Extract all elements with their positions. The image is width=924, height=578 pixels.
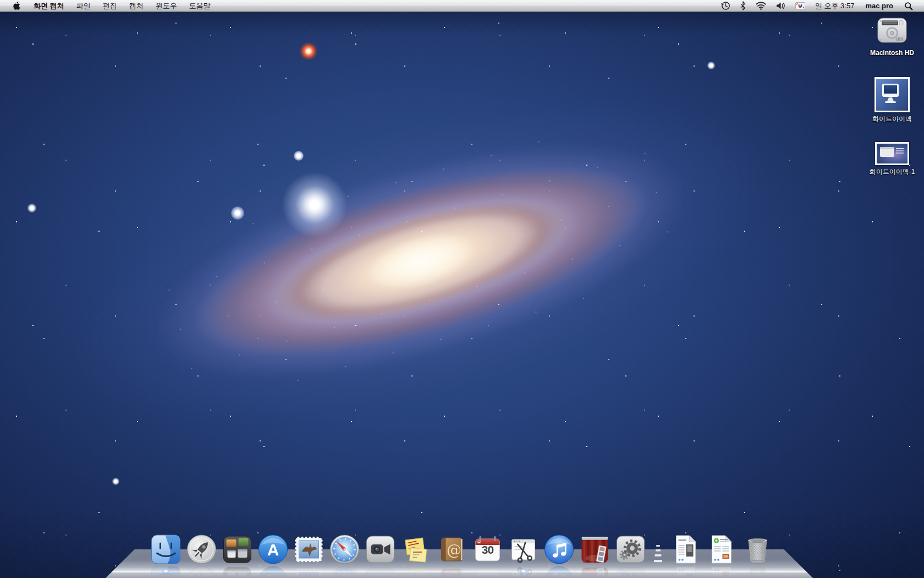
dock-item-document-2[interactable] (706, 534, 737, 565)
document-icon (670, 534, 701, 565)
menubar-clock[interactable]: 일 오후 3:57 (811, 1, 859, 11)
red-star (300, 42, 317, 60)
dock-item-address-book[interactable]: @ (437, 534, 468, 565)
menu-app-name[interactable]: 화면 캡처 (28, 0, 70, 12)
address-book-icon: @ (437, 534, 468, 565)
image-thumbnail (875, 77, 910, 112)
trash-empty-icon (742, 534, 774, 565)
dock-item-launchpad[interactable] (186, 534, 217, 565)
ical-day-number: 30 (472, 543, 503, 557)
image-thumbnail (875, 142, 909, 165)
menu-capture[interactable]: 캡처 (123, 0, 150, 12)
stickies-icon (401, 534, 432, 565)
fast-user-switch-menu[interactable]: mac pro (860, 2, 899, 10)
dock-item-facetime[interactable] (365, 534, 396, 565)
dock-item-itunes[interactable] (544, 534, 575, 565)
finder-icon (151, 534, 182, 565)
dock-item-safari[interactable] (329, 534, 360, 565)
menu-help[interactable]: 도움말 (183, 0, 217, 12)
dock-item-stickies[interactable] (401, 534, 432, 565)
korean-flag-icon (795, 2, 805, 9)
itunes-icon (544, 534, 575, 565)
wifi-menu[interactable] (751, 0, 771, 12)
hard-drive-icon (876, 15, 909, 46)
document-icon (706, 534, 737, 565)
starfield-layer (0, 0, 924, 578)
system-preferences-icon (615, 534, 646, 565)
dock-item-grab[interactable] (508, 534, 539, 565)
desktop-icon-label: Macintosh HD (870, 49, 914, 57)
apple-menu[interactable] (8, 0, 25, 12)
svg-text:A: A (267, 541, 279, 559)
bluetooth-icon (740, 1, 746, 10)
mission-control-icon (222, 534, 253, 565)
app-store-icon: A (258, 534, 289, 565)
spotlight-search-icon (904, 2, 913, 10)
wifi-icon (756, 2, 766, 10)
bright-star (280, 171, 349, 239)
desktop-wallpaper (0, 0, 924, 578)
photo-booth-icon (580, 534, 610, 565)
time-machine-icon (721, 1, 730, 10)
desktop-icon-label: 화이트아이맥-1 (870, 168, 915, 176)
mail-stamp-icon (294, 534, 324, 565)
menu-bar: 화면 캡처 파일 편집 캡처 윈도우 도움말 (0, 0, 924, 12)
launchpad-icon (186, 534, 217, 565)
desktop-icon-white-imac[interactable]: 화이트아이맥 (858, 77, 924, 123)
facetime-icon (365, 534, 396, 565)
volume-menu[interactable] (772, 0, 790, 12)
desktop-icon-label: 화이트아이맥 (872, 115, 912, 123)
starfield-layer (0, 0, 924, 578)
time-machine-menu[interactable] (717, 0, 735, 12)
input-source-menu[interactable] (791, 0, 810, 12)
dock-item-photo-booth[interactable] (580, 534, 610, 565)
menu-edit[interactable]: 편집 (97, 0, 123, 12)
dock-item-finder[interactable] (151, 534, 182, 565)
volume-icon (776, 2, 785, 10)
grab-scissors-icon (508, 534, 539, 565)
menu-file[interactable]: 파일 (70, 0, 97, 12)
desktop-icon-white-imac-1[interactable]: 화이트아이맥-1 (858, 142, 924, 176)
dock-separator (651, 534, 666, 565)
dock-item-mission-control[interactable] (222, 534, 253, 565)
dock-item-ical[interactable]: 30 (472, 534, 503, 565)
apple-icon (13, 1, 20, 10)
safari-icon (329, 534, 360, 565)
dock-item-document-1[interactable] (670, 534, 701, 565)
bluetooth-menu[interactable] (736, 0, 750, 12)
dock: A (151, 534, 774, 565)
dock-item-mail[interactable] (294, 534, 324, 565)
svg-text:@: @ (447, 541, 461, 558)
menu-window[interactable]: 윈도우 (150, 0, 183, 12)
dock-item-app-store[interactable]: A (258, 534, 289, 565)
andromeda-galaxy (35, 15, 807, 509)
desktop-icon-macintosh-hd[interactable]: Macintosh HD (858, 15, 924, 57)
starfield-layer (0, 0, 924, 578)
dock-item-system-preferences[interactable] (615, 534, 646, 565)
dock-item-trash[interactable] (742, 534, 774, 565)
spotlight-menu[interactable] (900, 0, 917, 12)
